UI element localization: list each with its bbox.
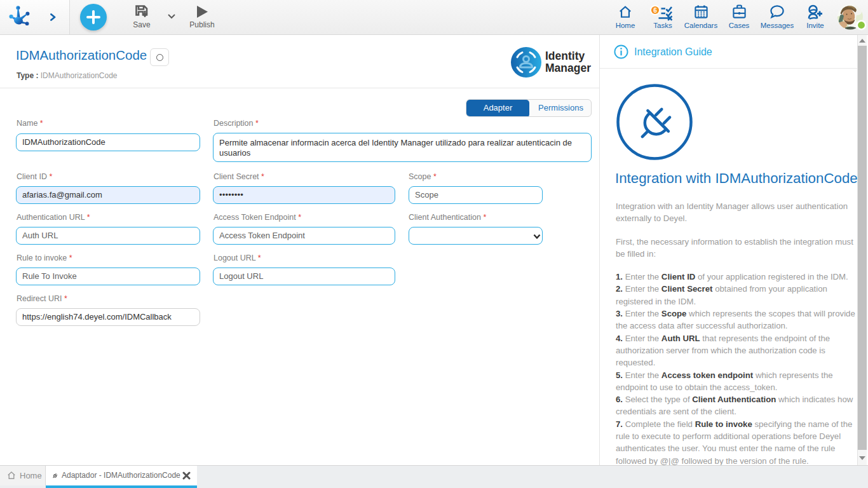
svg-text:6: 6 [653,7,657,14]
